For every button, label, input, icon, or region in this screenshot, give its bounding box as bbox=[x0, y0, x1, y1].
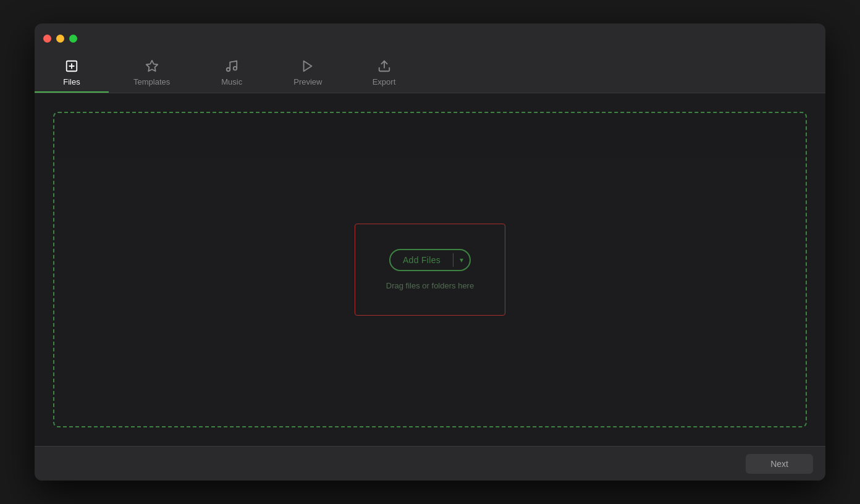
tab-files[interactable]: Files bbox=[35, 53, 109, 93]
add-files-dropdown-button[interactable]: ▾ bbox=[453, 251, 470, 269]
add-files-button[interactable]: Add Files bbox=[390, 250, 453, 270]
tab-music[interactable]: Music bbox=[195, 53, 269, 93]
music-icon bbox=[225, 59, 238, 75]
tab-preview[interactable]: Preview bbox=[269, 53, 347, 93]
minimize-button[interactable] bbox=[56, 35, 64, 43]
svg-marker-6 bbox=[304, 61, 312, 72]
footer: Next bbox=[35, 446, 825, 481]
tab-preview-label: Preview bbox=[293, 77, 322, 86]
svg-point-4 bbox=[227, 68, 230, 72]
chevron-down-icon: ▾ bbox=[460, 256, 463, 264]
title-bar bbox=[35, 23, 825, 53]
preview-icon bbox=[301, 59, 314, 75]
close-button[interactable] bbox=[43, 35, 51, 43]
tab-bar: Files Templates Music bbox=[35, 53, 825, 93]
tab-templates-label: Templates bbox=[133, 77, 170, 86]
files-icon bbox=[65, 59, 78, 75]
svg-point-5 bbox=[234, 67, 237, 70]
tab-music-label: Music bbox=[221, 77, 242, 86]
maximize-button[interactable] bbox=[69, 35, 77, 43]
tab-export-label: Export bbox=[373, 77, 396, 86]
app-window: Files Templates Music bbox=[35, 23, 825, 481]
add-files-container: Add Files ▾ Drag files or folders here bbox=[355, 224, 505, 316]
add-files-button-group: Add Files ▾ bbox=[389, 249, 471, 271]
templates-icon bbox=[145, 59, 159, 75]
next-button[interactable]: Next bbox=[746, 454, 813, 474]
content-area: Add Files ▾ Drag files or folders here bbox=[35, 93, 825, 446]
export-icon bbox=[377, 59, 391, 75]
button-divider bbox=[453, 253, 453, 267]
drag-hint-text: Drag files or folders here bbox=[386, 281, 474, 290]
drop-zone[interactable]: Add Files ▾ Drag files or folders here bbox=[53, 112, 807, 427]
tab-files-label: Files bbox=[63, 77, 80, 86]
tab-export[interactable]: Export bbox=[347, 53, 421, 93]
svg-marker-3 bbox=[146, 61, 157, 71]
tab-templates[interactable]: Templates bbox=[109, 53, 195, 93]
